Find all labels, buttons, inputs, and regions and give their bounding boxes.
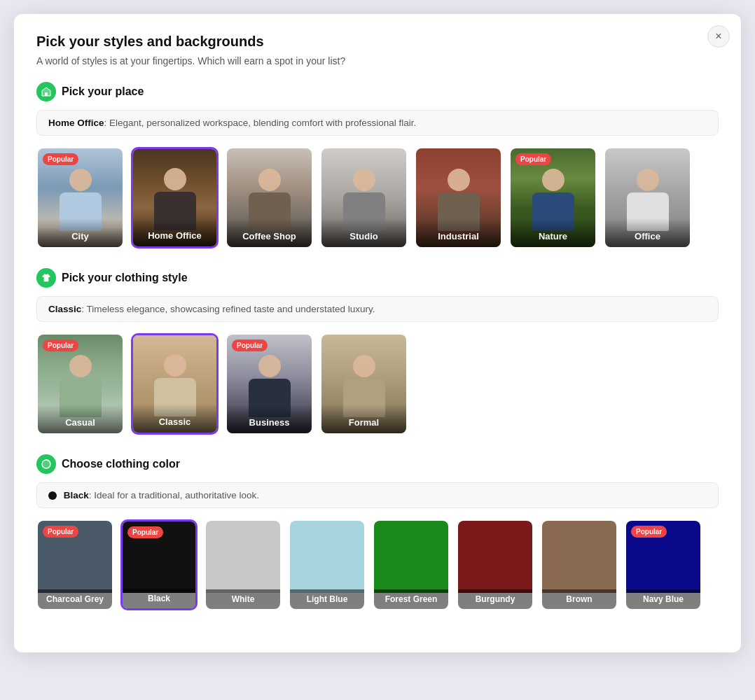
- styles-backgrounds-modal: × Pick your styles and backgrounds A wor…: [14, 14, 741, 652]
- color-swatch: [458, 521, 532, 593]
- color-item-charcoal-grey[interactable]: PopularCharcoal Grey: [36, 519, 113, 610]
- place-item-city[interactable]: PopularCity: [36, 147, 124, 248]
- svg-rect-0: [45, 92, 48, 96]
- place-info-box: Home Office: Elegant, personalized works…: [36, 110, 719, 136]
- color-label: Navy Blue: [626, 589, 700, 609]
- popular-badge: Popular: [515, 153, 551, 165]
- color-item-white[interactable]: White: [205, 519, 282, 610]
- item-label: Classic: [133, 404, 216, 433]
- clothing-item-formal[interactable]: Formal: [320, 333, 408, 435]
- color-dot-indicator: [48, 491, 57, 500]
- clothing-section-header: Pick your clothing style: [36, 268, 719, 288]
- item-label: Studio: [321, 218, 406, 247]
- clothing-item-classic[interactable]: Classic: [131, 333, 219, 435]
- place-item-coffee-shop[interactable]: Coffee Shop: [226, 147, 313, 248]
- item-label: Home Office: [133, 218, 216, 246]
- person-head: [353, 355, 375, 377]
- place-section-header: Pick your place: [36, 82, 719, 102]
- item-label: Industrial: [416, 218, 501, 247]
- popular-badge: Popular: [127, 526, 163, 538]
- color-label: Brown: [542, 589, 616, 609]
- item-background: Classic: [133, 335, 216, 433]
- item-background: Home Office: [133, 149, 216, 246]
- clothing-section: Pick your clothing style Classic: Timele…: [36, 268, 719, 435]
- color-swatch: [374, 521, 448, 593]
- clothing-info-label: Classic: [48, 304, 81, 314]
- clothing-section-title: Pick your clothing style: [62, 272, 188, 284]
- item-label: Casual: [38, 405, 123, 433]
- popular-badge: Popular: [43, 526, 78, 538]
- color-swatch: [206, 521, 280, 593]
- person-head: [542, 169, 564, 191]
- color-label: Forest Green: [374, 589, 448, 609]
- color-swatch: [542, 521, 616, 593]
- item-background: Coffee Shop: [227, 148, 312, 247]
- person-head: [258, 169, 281, 191]
- person-head: [164, 168, 186, 190]
- color-item-light-blue[interactable]: Light Blue: [289, 519, 366, 610]
- modal-subtitle: A world of styles is at your fingertips.…: [36, 55, 719, 66]
- color-grid: PopularCharcoal GreyPopularBlackWhiteLig…: [36, 519, 719, 610]
- place-icon: [36, 82, 56, 102]
- clothing-item-casual[interactable]: PopularCasual: [36, 333, 124, 435]
- color-info-label: Black: [64, 490, 89, 500]
- color-icon: [36, 454, 56, 474]
- color-item-burgundy[interactable]: Burgundy: [457, 519, 534, 610]
- color-label: Black: [123, 589, 195, 608]
- place-section: Pick your place Home Office: Elegant, pe…: [36, 82, 719, 248]
- popular-badge: Popular: [631, 526, 667, 538]
- color-label: Burgundy: [458, 589, 532, 609]
- color-item-black[interactable]: PopularBlack: [120, 519, 198, 610]
- color-swatch: [290, 521, 364, 593]
- popular-badge: Popular: [232, 340, 268, 351]
- place-info-text: Elegant, personalized workspace, blendin…: [109, 118, 416, 128]
- item-label: Business: [227, 405, 312, 433]
- color-label: Charcoal Grey: [38, 589, 112, 609]
- clothing-item-business[interactable]: PopularBusiness: [226, 333, 313, 435]
- color-item-brown[interactable]: Brown: [541, 519, 618, 610]
- clothing-info-box: Classic: Timeless elegance, showcasing r…: [36, 296, 719, 322]
- color-item-navy-blue[interactable]: PopularNavy Blue: [625, 519, 702, 610]
- modal-title: Pick your styles and backgrounds: [36, 34, 719, 50]
- person-head: [69, 169, 92, 191]
- person-head: [637, 169, 659, 191]
- person-head: [258, 355, 281, 377]
- clothing-icon: [36, 268, 56, 288]
- clothing-info-text: Timeless elegance, showcasing refined ta…: [87, 304, 375, 314]
- place-item-studio[interactable]: Studio: [320, 147, 408, 248]
- place-items-grid: PopularCityHome OfficeCoffee ShopStudioI…: [36, 147, 719, 248]
- popular-badge: Popular: [43, 340, 78, 351]
- place-section-title: Pick your place: [62, 85, 144, 98]
- clothing-items-grid: PopularCasualClassicPopularBusinessForma…: [36, 333, 719, 435]
- color-label: White: [206, 589, 280, 609]
- item-background: Studio: [321, 148, 406, 247]
- item-label: City: [38, 218, 123, 247]
- person-head: [353, 169, 375, 191]
- person-head: [69, 355, 92, 377]
- item-background: Industrial: [416, 148, 501, 247]
- item-label: Formal: [321, 405, 406, 433]
- color-info-text: Ideal for a traditional, authoritative l…: [94, 490, 259, 500]
- color-info-box: Black: Ideal for a traditional, authorit…: [36, 482, 719, 508]
- place-item-nature[interactable]: PopularNature: [509, 147, 597, 248]
- color-label: Light Blue: [290, 589, 364, 609]
- place-info-label: Home Office: [48, 118, 104, 128]
- color-section-header: Choose clothing color: [36, 454, 719, 474]
- person-head: [448, 169, 470, 191]
- item-label: Office: [605, 218, 690, 247]
- color-section-title: Choose clothing color: [62, 458, 180, 470]
- item-background: Office: [605, 148, 690, 247]
- color-section: Choose clothing color Black: Ideal for a…: [36, 454, 719, 610]
- person-head: [164, 354, 186, 377]
- color-item-forest-green[interactable]: Forest Green: [373, 519, 450, 610]
- item-label: Coffee Shop: [227, 218, 312, 247]
- close-button[interactable]: ×: [707, 25, 730, 48]
- place-item-home-office[interactable]: Home Office: [131, 147, 219, 248]
- item-background: Formal: [321, 335, 406, 433]
- popular-badge: Popular: [43, 153, 78, 165]
- item-label: Nature: [511, 218, 595, 247]
- place-item-industrial[interactable]: Industrial: [415, 147, 502, 248]
- place-item-office[interactable]: Office: [604, 147, 691, 248]
